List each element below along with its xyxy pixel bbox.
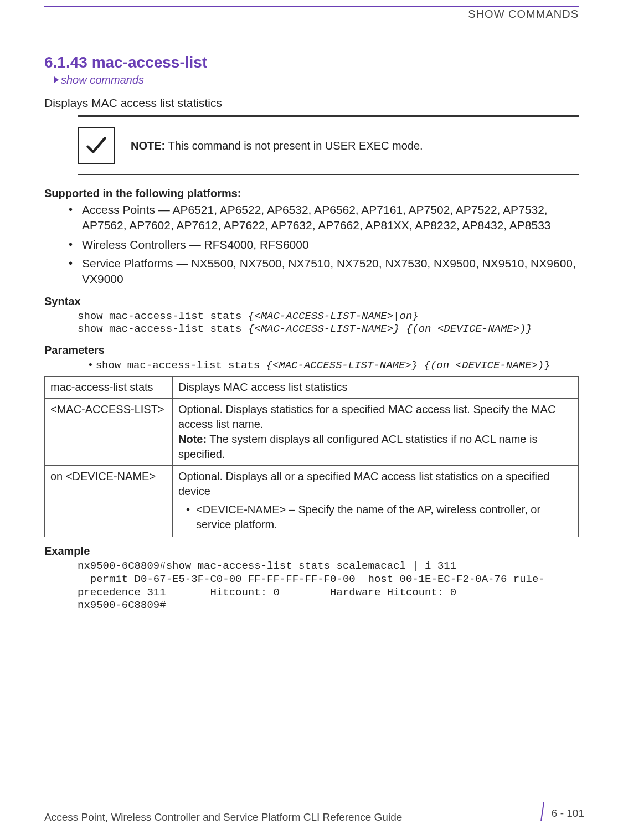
param-name: on <DEVICE-NAME> xyxy=(45,466,173,537)
footer: Access Point, Wireless Controller and Se… xyxy=(44,803,584,823)
example-block: nx9500-6C8809#show mac-access-list stats… xyxy=(78,560,579,612)
syntax-block: show mac-access-list stats {<MAC-ACCESS-… xyxy=(78,310,579,337)
list-item: Service Platforms — NX5500, NX7500, NX75… xyxy=(66,256,579,287)
param-desc: Optional. Displays all or a specified MA… xyxy=(173,466,579,537)
parameters-command: •show mac-access-list stats {<MAC-ACCESS… xyxy=(89,359,579,372)
supported-heading: Supported in the following platforms: xyxy=(44,187,579,200)
list-item: Wireless Controllers — RFS4000, RFS6000 xyxy=(66,237,579,252)
section-title: mac-access-list xyxy=(92,54,208,71)
note-body: This command is not present in USER EXEC… xyxy=(168,140,423,152)
param-name: <MAC-ACCESS-LIST> xyxy=(45,399,173,466)
footer-guide-title: Access Point, Wireless Controller and Se… xyxy=(44,811,402,823)
section-number: 6.1.43 xyxy=(44,54,87,71)
platform-list: Access Points — AP6521, AP6522, AP6532, … xyxy=(44,202,579,287)
example-heading: Example xyxy=(44,545,579,558)
running-head: SHOW COMMANDS xyxy=(44,8,579,20)
syntax-heading: Syntax xyxy=(44,295,579,308)
note-block: NOTE: This command is not present in USE… xyxy=(78,115,579,176)
section-heading: 6.1.43 mac-access-list xyxy=(44,54,579,71)
note-label: NOTE: xyxy=(131,140,165,152)
param-name: mac-access-list stats xyxy=(45,377,173,399)
table-row: mac-access-list stats Displays MAC acces… xyxy=(45,377,579,399)
check-icon xyxy=(78,127,115,164)
page-number: / 6 - 101 xyxy=(539,803,584,823)
parameters-table: mac-access-list stats Displays MAC acces… xyxy=(44,376,579,537)
page-number-text: 6 - 101 xyxy=(552,807,584,820)
parameters-heading: Parameters xyxy=(44,344,579,357)
page-slash-icon: / xyxy=(540,803,544,821)
list-item: Access Points — AP6521, AP6522, AP6532, … xyxy=(66,202,579,234)
page: SHOW COMMANDS 6.1.43 mac-access-list sho… xyxy=(0,0,623,840)
breadcrumb-text: show commands xyxy=(61,74,144,86)
param-desc: Displays MAC access list statistics xyxy=(173,377,579,399)
breadcrumb[interactable]: show commands xyxy=(54,74,579,86)
breadcrumb-arrow-icon xyxy=(54,76,59,83)
table-row: <MAC-ACCESS-LIST> Optional. Displays sta… xyxy=(45,399,579,466)
intro-text: Displays MAC access list statistics xyxy=(44,96,579,110)
table-row: on <DEVICE-NAME> Optional. Displays all … xyxy=(45,466,579,537)
note-text: NOTE: This command is not present in USE… xyxy=(131,140,423,152)
param-desc: Optional. Displays statistics for a spec… xyxy=(173,399,579,466)
top-rule xyxy=(44,6,579,7)
